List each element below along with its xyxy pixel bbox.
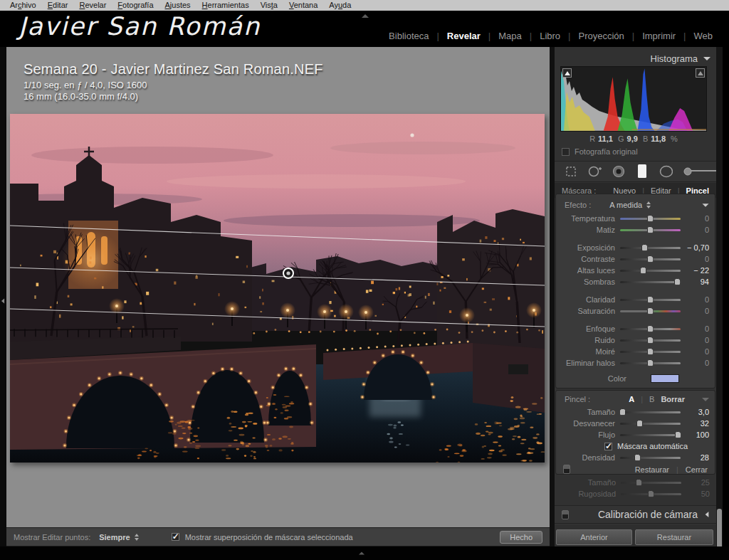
slider-track[interactable] xyxy=(620,434,681,436)
menu-item-archivo[interactable]: Archivo xyxy=(4,0,42,11)
right-panel-scrollbar[interactable] xyxy=(716,47,723,546)
slider-thumb[interactable] xyxy=(647,307,654,315)
slider-track[interactable] xyxy=(620,218,681,220)
radial-filter-tool-icon[interactable] xyxy=(659,164,673,179)
graduated-filter-tool-icon[interactable] xyxy=(636,164,649,179)
slider-track[interactable] xyxy=(620,270,681,272)
menu-item-editar[interactable]: Editar xyxy=(42,0,74,11)
slider-track[interactable] xyxy=(621,482,681,484)
show-mask-overlay-checkbox[interactable] xyxy=(172,533,179,541)
module-tab-mapa[interactable]: Mapa xyxy=(491,31,530,41)
shadow-clipping-indicator[interactable] xyxy=(562,68,572,78)
slider-thumb[interactable] xyxy=(647,296,654,303)
crop-tool-icon[interactable] xyxy=(565,164,577,179)
effect-preset-dropdown[interactable]: A medida xyxy=(609,201,642,209)
menu-item-fotografia[interactable]: Fotografía xyxy=(112,0,159,11)
scrollbar-thumb[interactable] xyxy=(717,509,722,549)
slider-value: 50 xyxy=(681,490,710,498)
top-panel-collapse-arrow-icon[interactable] xyxy=(362,14,369,18)
slider-thumb[interactable] xyxy=(634,454,641,461)
slider-track[interactable] xyxy=(620,362,681,364)
bottom-collapsed-strip[interactable] xyxy=(0,546,729,560)
slider-track[interactable] xyxy=(620,351,681,353)
previous-button[interactable]: Anterior xyxy=(556,529,632,545)
brush-label: Pincel : xyxy=(565,395,590,403)
slider-track[interactable] xyxy=(620,423,681,425)
brush-collapse-icon[interactable] xyxy=(702,398,709,401)
slider-thumb[interactable] xyxy=(674,278,681,285)
brush-reset-button[interactable]: Restaurar xyxy=(635,465,669,474)
slider-thumb[interactable] xyxy=(647,348,654,355)
slider-thumb[interactable] xyxy=(647,337,654,344)
slider-thumb[interactable] xyxy=(640,267,646,274)
histogram-box[interactable] xyxy=(560,66,707,132)
photo-canvas[interactable] xyxy=(10,114,545,463)
module-tab-web[interactable]: Web xyxy=(686,31,721,41)
slider-track[interactable] xyxy=(620,457,681,459)
panel-toggle-switch-icon[interactable] xyxy=(563,465,570,474)
red-eye-tool-icon[interactable] xyxy=(612,164,626,179)
color-label: Color xyxy=(562,374,626,383)
slider-thumb[interactable] xyxy=(647,325,654,332)
slider-track[interactable] xyxy=(620,299,681,301)
left-panel-collapsed-strip[interactable] xyxy=(0,47,6,546)
spot-removal-tool-icon[interactable] xyxy=(587,164,602,179)
right-quay xyxy=(473,343,545,413)
slider-thumb[interactable] xyxy=(636,420,643,427)
module-tab-proyeccion[interactable]: Proyección xyxy=(570,31,631,41)
menu-item-vista[interactable]: Vista xyxy=(255,0,283,11)
brush-erase-button[interactable]: Borrar xyxy=(661,395,685,403)
brush-a-button[interactable]: A xyxy=(629,395,634,403)
menu-item-herramientas[interactable]: Herramientas xyxy=(196,0,255,11)
show-edit-points-dropdown[interactable]: Siempre xyxy=(99,533,130,541)
slider-track[interactable] xyxy=(620,281,681,283)
slider-track[interactable] xyxy=(620,339,681,342)
slider-track[interactable] xyxy=(620,229,681,231)
slider-thumb[interactable] xyxy=(648,490,654,497)
slider-thumb[interactable] xyxy=(647,255,654,263)
highlight-clipping-indicator[interactable] xyxy=(696,68,705,78)
menu-item-ayuda[interactable]: Ayuda xyxy=(323,0,357,11)
slider-value: 0 xyxy=(681,336,709,344)
bottom-panel-expand-icon[interactable] xyxy=(359,552,364,555)
histogram-collapse-icon[interactable] xyxy=(703,57,710,60)
module-tab-libro[interactable]: Libro xyxy=(532,31,568,41)
slider-thumb[interactable] xyxy=(647,359,654,366)
menu-item-revelar[interactable]: Revelar xyxy=(73,0,112,11)
slider-thumb[interactable] xyxy=(647,215,654,222)
menu-item-ajustes[interactable]: Ajustes xyxy=(159,0,196,11)
module-tab-revelar[interactable]: Revelar xyxy=(439,31,488,41)
reset-button[interactable]: Restaurar xyxy=(635,529,713,545)
left-panel-expand-icon[interactable] xyxy=(1,299,4,304)
work-area: Semana 20 - Javier Martinez San Roman.NE… xyxy=(6,47,550,546)
slider-track[interactable] xyxy=(620,411,681,413)
auto-mask-checkbox[interactable] xyxy=(604,443,612,450)
slider-thumb[interactable] xyxy=(619,408,626,416)
effect-collapse-icon[interactable] xyxy=(703,204,709,207)
brush-b-button[interactable]: B xyxy=(649,395,654,403)
done-button[interactable]: Hecho xyxy=(500,531,542,544)
slider-track[interactable] xyxy=(620,258,681,260)
graduated-filter-pin[interactable] xyxy=(283,268,293,278)
camera-calibration-header[interactable]: Calibración de cámara xyxy=(555,505,716,524)
slider-thumb[interactable] xyxy=(641,244,648,251)
histogram-header[interactable]: Histograma xyxy=(651,53,710,64)
photo-lens-info: 16 mm (16.0-35.0 mm f/4.0) xyxy=(23,91,323,102)
slider-track[interactable] xyxy=(620,247,681,249)
color-swatch[interactable] xyxy=(651,374,679,383)
slider-thumb[interactable] xyxy=(636,479,642,486)
slider-track[interactable] xyxy=(620,310,681,312)
slider-track[interactable] xyxy=(621,493,681,495)
module-tab-imprimir[interactable]: Imprimir xyxy=(634,31,683,41)
slider-track[interactable] xyxy=(620,328,681,330)
module-tab-biblioteca[interactable]: Biblioteca xyxy=(381,31,436,41)
brush-close-button[interactable]: Cerrar xyxy=(686,465,708,474)
menu-item-ventana[interactable]: Ventana xyxy=(283,0,323,11)
original-photo-checkbox[interactable] xyxy=(562,148,570,156)
slider-thumb[interactable] xyxy=(647,226,654,233)
calibration-toggle-switch-icon[interactable] xyxy=(562,510,569,519)
calibration-expand-icon[interactable] xyxy=(706,512,709,517)
dropdown-updown-icon[interactable] xyxy=(135,534,139,541)
preset-updown-icon[interactable] xyxy=(646,201,651,208)
slider-row-moire: Moiré0 xyxy=(556,346,715,357)
